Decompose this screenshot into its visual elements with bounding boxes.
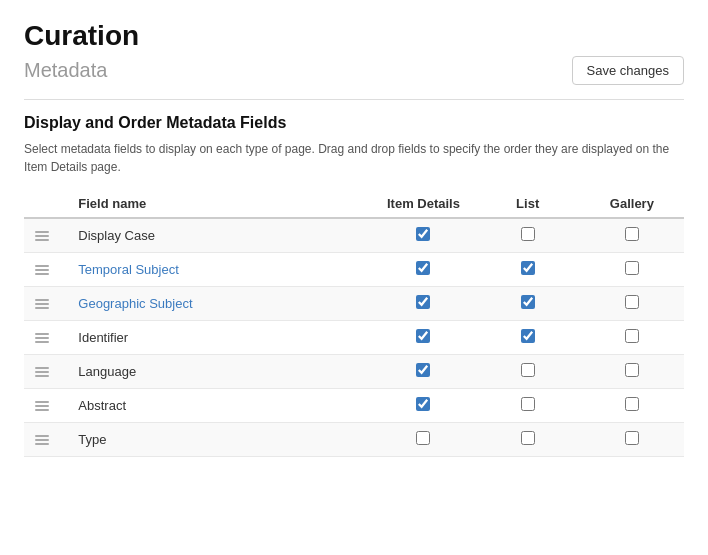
drag-handle-cell — [24, 287, 70, 321]
drag-handle-icon[interactable] — [32, 433, 52, 447]
item-details-cell — [371, 389, 475, 423]
field-name-text: Identifier — [78, 330, 128, 345]
item-details-checkbox[interactable] — [416, 295, 430, 309]
drag-handle-icon[interactable] — [32, 399, 52, 413]
gallery-checkbox[interactable] — [625, 363, 639, 377]
divider — [24, 99, 684, 100]
list-checkbox[interactable] — [521, 431, 535, 445]
field-name-cell: Temporal Subject — [70, 253, 371, 287]
gallery-cell — [580, 355, 684, 389]
field-name-cell: Display Case — [70, 218, 371, 253]
gallery-checkbox[interactable] — [625, 261, 639, 275]
col-list-header: List — [476, 190, 580, 218]
metadata-table: Field name Item Details List Gallery Dis… — [24, 190, 684, 457]
list-cell — [476, 389, 580, 423]
table-row: Abstract — [24, 389, 684, 423]
table-row: Language — [24, 355, 684, 389]
drag-handle-icon[interactable] — [32, 297, 52, 311]
gallery-cell — [580, 423, 684, 457]
drag-handle-icon[interactable] — [32, 229, 52, 243]
item-details-cell — [371, 218, 475, 253]
table-row: Identifier — [24, 321, 684, 355]
drag-handle-icon[interactable] — [32, 263, 52, 277]
col-drag-header — [24, 190, 70, 218]
list-cell — [476, 321, 580, 355]
item-details-cell — [371, 321, 475, 355]
list-cell — [476, 355, 580, 389]
item-details-checkbox[interactable] — [416, 431, 430, 445]
field-name-cell: Geographic Subject — [70, 287, 371, 321]
drag-handle-icon[interactable] — [32, 365, 52, 379]
field-name-cell: Abstract — [70, 389, 371, 423]
gallery-cell — [580, 389, 684, 423]
display-order-title: Display and Order Metadata Fields — [24, 114, 684, 132]
list-cell — [476, 218, 580, 253]
table-row: Type — [24, 423, 684, 457]
list-checkbox[interactable] — [521, 227, 535, 241]
col-item-details-header: Item Details — [371, 190, 475, 218]
table-row: Geographic Subject — [24, 287, 684, 321]
list-cell — [476, 423, 580, 457]
drag-handle-cell — [24, 423, 70, 457]
section-header-row: Metadata Save changes — [24, 56, 684, 85]
table-row: Display Case — [24, 218, 684, 253]
gallery-checkbox[interactable] — [625, 431, 639, 445]
item-details-checkbox[interactable] — [416, 227, 430, 241]
drag-handle-cell — [24, 218, 70, 253]
col-gallery-header: Gallery — [580, 190, 684, 218]
table-header-row: Field name Item Details List Gallery — [24, 190, 684, 218]
section-title: Metadata — [24, 59, 107, 82]
item-details-checkbox[interactable] — [416, 363, 430, 377]
gallery-checkbox[interactable] — [625, 397, 639, 411]
gallery-cell — [580, 253, 684, 287]
gallery-cell — [580, 321, 684, 355]
field-name-cell: Identifier — [70, 321, 371, 355]
list-checkbox[interactable] — [521, 329, 535, 343]
list-checkbox[interactable] — [521, 261, 535, 275]
drag-handle-cell — [24, 389, 70, 423]
gallery-cell — [580, 287, 684, 321]
field-name-text: Language — [78, 364, 136, 379]
list-cell — [476, 253, 580, 287]
field-name-cell: Language — [70, 355, 371, 389]
description-text: Select metadata fields to display on eac… — [24, 140, 684, 176]
item-details-cell — [371, 423, 475, 457]
gallery-checkbox[interactable] — [625, 227, 639, 241]
list-checkbox[interactable] — [521, 295, 535, 309]
item-details-checkbox[interactable] — [416, 397, 430, 411]
item-details-cell — [371, 355, 475, 389]
item-details-checkbox[interactable] — [416, 261, 430, 275]
field-name-text: Abstract — [78, 398, 126, 413]
col-field-name-header: Field name — [70, 190, 371, 218]
field-name-text: Type — [78, 432, 106, 447]
list-checkbox[interactable] — [521, 363, 535, 377]
drag-handle-icon[interactable] — [32, 331, 52, 345]
drag-handle-cell — [24, 253, 70, 287]
list-cell — [476, 287, 580, 321]
gallery-cell — [580, 218, 684, 253]
item-details-checkbox[interactable] — [416, 329, 430, 343]
page-title: Curation — [24, 20, 684, 52]
field-name-link[interactable]: Temporal Subject — [78, 262, 178, 277]
table-row: Temporal Subject — [24, 253, 684, 287]
field-name-link[interactable]: Geographic Subject — [78, 296, 192, 311]
save-changes-button[interactable]: Save changes — [572, 56, 684, 85]
item-details-cell — [371, 287, 475, 321]
drag-handle-cell — [24, 355, 70, 389]
gallery-checkbox[interactable] — [625, 329, 639, 343]
gallery-checkbox[interactable] — [625, 295, 639, 309]
field-name-text: Display Case — [78, 228, 155, 243]
list-checkbox[interactable] — [521, 397, 535, 411]
item-details-cell — [371, 253, 475, 287]
field-name-cell: Type — [70, 423, 371, 457]
drag-handle-cell — [24, 321, 70, 355]
